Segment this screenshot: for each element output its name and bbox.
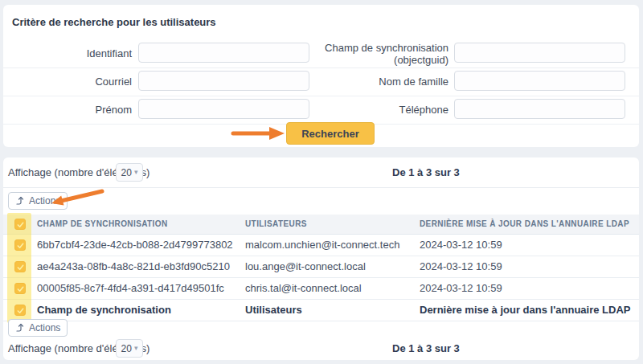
pagination-top: Affichage (nombre d'éléments) 20 ▾ De 1 … [3,157,639,188]
form-row-3: Prénom Téléphone [3,96,639,125]
check-icon [17,264,24,271]
rechercher-button[interactable]: Rechercher [286,122,375,145]
cell-updated: 2024-03-12 10:59 [420,234,502,256]
table-row: ae4a243a-08fb-4a8c-821d-eb3fd90c5210 lou… [3,256,639,278]
identifiant-label: Identifiant [10,39,132,67]
prenom-label: Prénom [10,96,132,124]
table-row: 00005f85-8c7f-4fd4-a391-d417d49501fc chr… [3,277,639,300]
rechercher-arrow-annotation [231,125,289,142]
objectguid-input[interactable] [454,43,625,63]
identifiant-input[interactable] [138,43,309,63]
cell-user: chris.tal@it-connect.local [245,277,362,299]
cell-updated: 2024-03-12 10:59 [420,277,502,299]
row-checkbox-2[interactable] [14,261,26,272]
page-size-value-top: 20 [121,167,132,178]
table-row: 6bb7cbf4-23de-42cb-b088-2d4799773802 mal… [3,234,639,256]
check-icon [17,221,24,228]
page-size-select-top[interactable]: 20 ▾ [116,163,143,182]
actions-corner-arrow-icon [15,323,25,333]
cell-updated: 2024-03-12 10:59 [420,256,502,277]
footer-select-all-checkbox[interactable] [14,305,26,316]
table-header-row: Champ de synchronisation Utilisateurs De… [3,215,639,235]
actions-button-label-bottom: Actions [29,322,60,333]
nom-famille-input[interactable] [454,71,625,91]
search-panel-title: Critère de recherche pour les utilisateu… [12,16,216,28]
cell-user: malcom.unchien@it-connect.tech [245,234,399,256]
header-derniere-maj: Dernière mise à jour dans l'annuaire LDA… [420,215,629,234]
chevron-down-icon: ▾ [134,345,138,352]
range-text-top: De 1 à 3 sur 3 [392,157,460,187]
nom-famille-label: Nom de famille [302,67,448,96]
cell-guid: 00005f85-8c7f-4fd4-a391-d417d49501fc [37,277,224,299]
footer-utilisateurs: Utilisateurs [245,299,302,321]
header-utilisateurs: Utilisateurs [245,215,307,234]
cell-user: lou.ange@it-connect.local [245,256,366,277]
prenom-input[interactable] [138,99,309,119]
form-row-2: Courriel Nom de famille [3,67,639,96]
row-checkbox-3[interactable] [14,283,26,294]
telephone-input[interactable] [454,99,625,119]
page-size-select-bottom[interactable]: 20 ▾ [116,339,143,358]
actions-button-bottom[interactable]: Actions [8,319,68,337]
page-size-value-bottom: 20 [121,343,132,354]
cell-guid: ae4a243a-08fb-4a8c-821d-eb3fd90c5210 [37,256,230,277]
chevron-down-icon: ▾ [134,169,138,176]
objectguid-label: Champ de synchronisation (objectguid) [302,39,448,67]
page: Critère de recherche pour les utilisateu… [0,0,643,364]
form-row-1: Identifiant Champ de synchronisation (ob… [3,39,639,68]
actions-button-label-top: Actions [29,195,60,207]
table-footer-row: Champ de synchronisation Utilisateurs De… [3,299,639,321]
check-icon [17,285,24,292]
actions-button-top[interactable]: Actions [8,192,68,210]
row-checkbox-1[interactable] [14,239,26,251]
footer-derniere-maj: Dernière mise à jour dans l'annuaire LDA… [420,299,630,321]
cell-guid: 6bb7cbf4-23de-42cb-b088-2d4799773802 [37,234,233,256]
search-criteria-panel: Critère de recherche pour les utilisateu… [3,5,639,147]
footer-champ-sync: Champ de synchronisation [37,299,171,321]
actions-corner-arrow-icon [15,196,25,206]
telephone-label: Téléphone [302,96,448,124]
range-text-bottom: De 1 à 3 sur 3 [392,335,460,361]
courriel-input[interactable] [138,71,309,91]
select-all-checkbox[interactable] [14,219,26,230]
users-list-panel: Affichage (nombre d'éléments) 20 ▾ De 1 … [3,157,639,360]
check-icon [17,242,24,249]
header-champ-sync: Champ de synchronisation [37,215,168,234]
check-icon [17,307,24,314]
courriel-label: Courriel [10,67,132,96]
